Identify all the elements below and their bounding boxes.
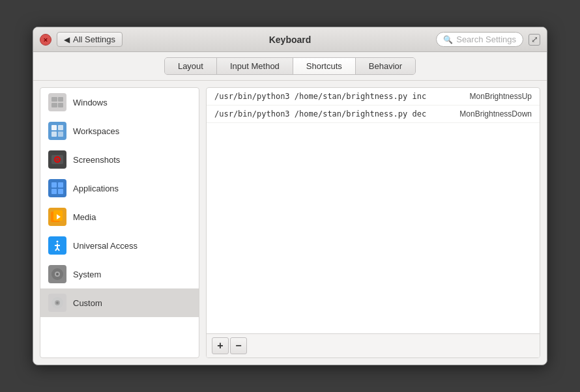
svg-rect-3: [58, 103, 63, 107]
svg-point-10: [57, 159, 59, 161]
universal-access-icon: [48, 236, 66, 255]
windows-svg: [50, 95, 65, 109]
main-window: × ◀ All Settings Keyboard 🔍 Search Setti…: [33, 27, 547, 365]
maximize-icon: ⤢: [531, 35, 538, 44]
svg-rect-12: [58, 182, 63, 188]
sidebar-item-system[interactable]: System: [40, 260, 199, 288]
window-title: Keyboard: [269, 35, 312, 45]
sidebar-item-universal-access[interactable]: Universal Access: [40, 231, 199, 260]
all-settings-label: All Settings: [73, 35, 115, 44]
tabs-bar: Layout Input Method Shortcuts Behavior: [33, 52, 547, 81]
svg-point-19: [57, 241, 59, 243]
sidebar-item-workspaces[interactable]: Workspaces: [40, 117, 199, 145]
tabs-group: Layout Input Method Shortcuts Behavior: [164, 57, 416, 75]
content-area: Windows Workspaces: [33, 81, 547, 365]
svg-rect-5: [58, 125, 63, 130]
tab-input-method[interactable]: Input Method: [217, 58, 293, 74]
sidebar-item-custom[interactable]: Custom: [40, 288, 199, 317]
svg-rect-13: [51, 189, 57, 194]
screenshots-svg: [50, 152, 65, 167]
svg-point-29: [56, 301, 59, 304]
svg-rect-4: [51, 125, 57, 130]
table-row[interactable]: /usr/bin/python3 /home/stan/brightness.p…: [207, 88, 540, 105]
media-label: Media: [73, 212, 96, 222]
svg-rect-6: [51, 132, 57, 137]
applications-icon: [48, 179, 66, 197]
shortcut-command: /usr/bin/python3 /home/stan/brightness.p…: [214, 109, 459, 119]
close-button[interactable]: ×: [40, 34, 51, 46]
all-settings-button[interactable]: ◀ All Settings: [57, 32, 123, 47]
main-panel: /usr/bin/python3 /home/stan/brightness.p…: [206, 87, 540, 358]
tab-layout[interactable]: Layout: [165, 58, 217, 74]
maximize-button[interactable]: ⤢: [529, 34, 540, 46]
add-shortcut-button[interactable]: +: [212, 337, 229, 354]
system-label: System: [73, 270, 101, 279]
shortcut-key: MonBrightnessUp: [470, 92, 532, 101]
sidebar: Windows Workspaces: [40, 87, 199, 358]
table-row[interactable]: /usr/bin/python3 /home/stan/brightness.p…: [207, 105, 540, 123]
system-icon: [48, 265, 66, 283]
universal-access-label: Universal Access: [73, 241, 138, 251]
search-box[interactable]: 🔍 Search Settings: [436, 32, 523, 47]
svg-rect-14: [58, 189, 63, 194]
applications-label: Applications: [73, 184, 119, 193]
sidebar-item-screenshots[interactable]: Screenshots: [40, 145, 199, 174]
custom-icon: [48, 294, 66, 312]
windows-icon: [48, 93, 66, 111]
system-svg: [50, 267, 65, 281]
media-icon: [48, 208, 66, 226]
svg-rect-2: [51, 103, 57, 107]
workspaces-icon: [48, 122, 66, 140]
sidebar-item-media[interactable]: Media: [40, 203, 199, 231]
applications-svg: [50, 181, 65, 195]
tab-shortcuts[interactable]: Shortcuts: [293, 58, 356, 74]
sidebar-item-windows[interactable]: Windows: [40, 88, 199, 117]
shortcut-command: /usr/bin/python3 /home/stan/brightness.p…: [214, 92, 470, 101]
custom-svg: [50, 296, 65, 310]
media-svg: [50, 210, 65, 224]
search-placeholder: Search Settings: [456, 35, 516, 44]
svg-rect-7: [58, 132, 63, 137]
custom-label: Custom: [73, 298, 102, 308]
svg-rect-11: [51, 182, 57, 188]
back-arrow-icon: ◀: [64, 35, 70, 44]
windows-label: Windows: [73, 98, 108, 107]
universal-svg: [50, 238, 65, 253]
workspaces-svg: [50, 124, 65, 138]
search-icon: 🔍: [443, 35, 453, 44]
workspaces-label: Workspaces: [73, 126, 119, 136]
screenshots-label: Screenshots: [73, 155, 120, 165]
panel-toolbar: + −: [207, 333, 540, 357]
tab-behavior[interactable]: Behavior: [356, 58, 415, 74]
shortcuts-list: /usr/bin/python3 /home/stan/brightness.p…: [207, 88, 540, 333]
sidebar-item-applications[interactable]: Applications: [40, 174, 199, 203]
shortcut-key: MonBrightnessDown: [459, 109, 532, 119]
titlebar: × ◀ All Settings Keyboard 🔍 Search Setti…: [33, 27, 547, 52]
screenshots-icon: [48, 150, 66, 169]
svg-rect-1: [58, 97, 63, 102]
svg-rect-0: [51, 97, 57, 102]
remove-shortcut-button[interactable]: −: [230, 337, 247, 354]
svg-point-26: [56, 273, 59, 275]
